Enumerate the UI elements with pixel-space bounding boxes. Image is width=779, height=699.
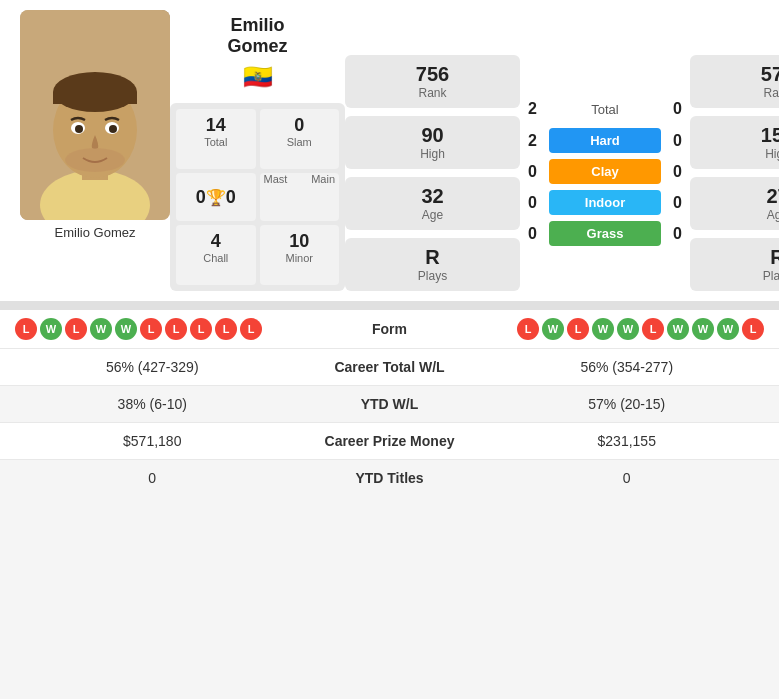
hard-right-score: 0 xyxy=(665,132,690,150)
left-main-value: 0 xyxy=(226,187,236,208)
left-plays-label: Plays xyxy=(353,269,512,283)
left-player-name: EmilioGomez xyxy=(227,15,287,57)
svg-point-10 xyxy=(65,148,125,172)
stats-right-value: 56% (354-277) xyxy=(490,359,765,375)
left-slam-stat: 0 Slam xyxy=(260,109,340,169)
svg-point-9 xyxy=(109,125,117,133)
indoor-right-score: 0 xyxy=(665,194,690,212)
form-label: Form xyxy=(305,321,475,337)
stats-row: $571,180 Career Prize Money $231,155 xyxy=(0,422,779,459)
stats-right-value: $231,155 xyxy=(490,433,765,449)
right-age-label: Age xyxy=(698,208,779,222)
section-divider-1 xyxy=(0,301,779,309)
svg-rect-5 xyxy=(53,92,137,104)
left-rank-stat: 756 Rank xyxy=(345,55,520,108)
left-player-info: EmilioGomez 🇪🇨 14 Total 0 Slam 0 🏆 0 Mas… xyxy=(170,10,345,291)
left-high-value: 90 xyxy=(353,124,512,147)
right-form-pills: LWLWWLWWWL xyxy=(475,318,765,340)
left-player-avatar xyxy=(20,10,170,220)
grass-left-score: 0 xyxy=(520,225,545,243)
left-player-name-under: Emilio Gomez xyxy=(20,225,170,240)
stats-center-label: YTD W/L xyxy=(290,396,490,412)
left-rank-value: 756 xyxy=(353,63,512,86)
left-slam-value: 0 xyxy=(264,115,336,136)
clay-left-score: 0 xyxy=(520,163,545,181)
indoor-court-row: 0 Indoor 0 xyxy=(520,190,690,215)
right-high-stat: 154 High xyxy=(690,116,779,169)
left-rank-label: Rank xyxy=(353,86,512,100)
left-total-value: 14 xyxy=(180,115,252,136)
form-pill: W xyxy=(717,318,739,340)
right-rank-stat: 571 Rank xyxy=(690,55,779,108)
left-center-stats: 756 Rank 90 High 32 Age R Plays xyxy=(345,10,520,291)
left-total-stat: 14 Total xyxy=(176,109,256,169)
grass-right-score: 0 xyxy=(665,225,690,243)
form-pill: W xyxy=(40,318,62,340)
stats-row: 56% (427-329) Career Total W/L 56% (354-… xyxy=(0,348,779,385)
left-minor-label: Minor xyxy=(264,252,336,264)
court-section: 2 Total 0 2 Hard 0 0 Clay 0 0 Indoor 0 0 xyxy=(520,10,690,291)
form-pill: W xyxy=(90,318,112,340)
left-mast-stat: 0 🏆 0 xyxy=(176,173,256,221)
left-form-pills: LWLWWLLLLL xyxy=(15,318,305,340)
left-minor-stat: 10 Minor xyxy=(260,225,340,285)
left-age-stat: 32 Age xyxy=(345,177,520,230)
form-pill: W xyxy=(592,318,614,340)
form-section: LWLWWLLLLL Form LWLWWLWWWL xyxy=(0,309,779,348)
form-pill: L xyxy=(165,318,187,340)
stats-rows: 56% (427-329) Career Total W/L 56% (354-… xyxy=(0,348,779,496)
clay-badge: Clay xyxy=(549,159,661,184)
stats-left-value: $571,180 xyxy=(15,433,290,449)
right-age-stat: 27 Age xyxy=(690,177,779,230)
left-plays-stat: R Plays xyxy=(345,238,520,291)
total-row: 2 Total 0 xyxy=(520,100,690,118)
left-player-photo: Emilio Gomez xyxy=(0,10,170,291)
indoor-badge: Indoor xyxy=(549,190,661,215)
grass-court-row: 0 Grass 0 xyxy=(520,221,690,246)
right-plays-stat: R Plays xyxy=(690,238,779,291)
form-pill: W xyxy=(617,318,639,340)
form-pill: L xyxy=(517,318,539,340)
form-pill: W xyxy=(115,318,137,340)
form-pill: L xyxy=(742,318,764,340)
right-high-label: High xyxy=(698,147,779,161)
left-age-value: 32 xyxy=(353,185,512,208)
right-center-stats: 571 Rank 154 High 27 Age R Plays xyxy=(690,10,779,291)
right-high-value: 154 xyxy=(698,124,779,147)
left-mast-value: 0 xyxy=(196,187,206,208)
left-age-label: Age xyxy=(353,208,512,222)
player-section: Emilio Gomez EmilioGomez 🇪🇨 14 Total 0 S… xyxy=(0,0,779,301)
right-total-score: 0 xyxy=(665,100,690,118)
stats-row: 38% (6-10) YTD W/L 57% (20-15) xyxy=(0,385,779,422)
form-pill: W xyxy=(667,318,689,340)
right-plays-value: R xyxy=(698,246,779,269)
left-high-stat: 90 High xyxy=(345,116,520,169)
left-chall-stat: 4 Chall xyxy=(176,225,256,285)
left-minor-value: 10 xyxy=(264,231,336,252)
svg-point-8 xyxy=(75,125,83,133)
stats-center-label: YTD Titles xyxy=(290,470,490,486)
main-container: Emilio Gomez EmilioGomez 🇪🇨 14 Total 0 S… xyxy=(0,0,779,496)
form-pill: L xyxy=(65,318,87,340)
stats-right-value: 57% (20-15) xyxy=(490,396,765,412)
form-pill: W xyxy=(542,318,564,340)
stats-row: 0 YTD Titles 0 xyxy=(0,459,779,496)
right-rank-value: 571 xyxy=(698,63,779,86)
form-pill: L xyxy=(240,318,262,340)
form-pill: L xyxy=(215,318,237,340)
form-pill: L xyxy=(15,318,37,340)
right-age-value: 27 xyxy=(698,185,779,208)
form-pill: L xyxy=(190,318,212,340)
hard-badge: Hard xyxy=(549,128,661,153)
form-pill: W xyxy=(692,318,714,340)
stats-left-value: 0 xyxy=(15,470,290,486)
right-plays-label: Plays xyxy=(698,269,779,283)
stats-center-label: Career Prize Money xyxy=(290,433,490,449)
left-high-label: High xyxy=(353,147,512,161)
indoor-left-score: 0 xyxy=(520,194,545,212)
hard-left-score: 2 xyxy=(520,132,545,150)
stats-left-value: 56% (427-329) xyxy=(15,359,290,375)
total-label: Total xyxy=(545,102,665,117)
left-mast-label-stat: Mast Main xyxy=(260,173,340,221)
right-rank-label: Rank xyxy=(698,86,779,100)
